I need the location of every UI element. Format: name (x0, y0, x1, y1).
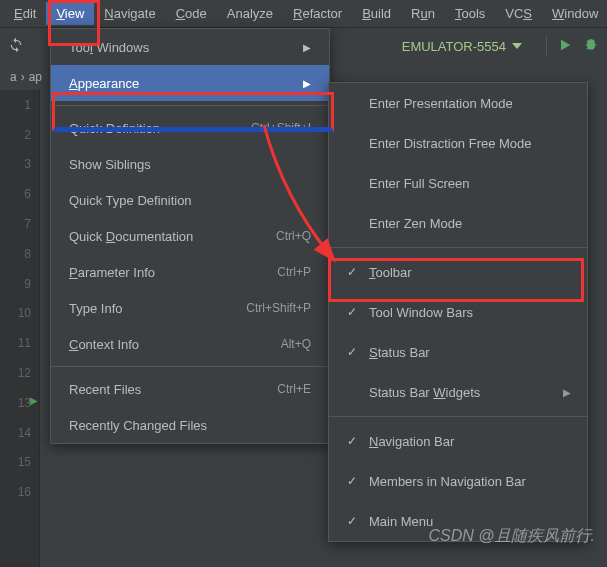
menu-item-parameter-info[interactable]: Parameter InfoCtrl+P (51, 254, 329, 290)
menu-label: Show Siblings (69, 157, 151, 172)
menubar-item-window[interactable]: Window (542, 2, 607, 25)
submenu-label: Status Bar (369, 345, 430, 360)
submenu-item-status-bar-widgets[interactable]: Status Bar Widgets▶ (329, 372, 587, 412)
divider (546, 36, 547, 56)
gutter-run-icon[interactable]: ▶ (30, 395, 38, 406)
menu-item-quick-type-definition[interactable]: Quick Type Definition (51, 182, 329, 218)
menu-separator (329, 416, 587, 417)
menu-shortcut: Ctrl+Shift+P (246, 301, 311, 315)
menu-item-recent-files[interactable]: Recent FilesCtrl+E (51, 371, 329, 407)
chevron-right-icon: ▶ (303, 78, 311, 89)
menu-label: Tool Windows (69, 40, 149, 55)
chevron-right-icon: › (21, 70, 25, 84)
line-number: 3 (0, 150, 39, 180)
chevron-right-icon: ▶ (303, 42, 311, 53)
submenu-item-toolbar[interactable]: ✓Toolbar (329, 252, 587, 292)
menu-item-tool-windows[interactable]: Tool Windows▶ (51, 29, 329, 65)
submenu-item-members-in-navigation-bar[interactable]: ✓Members in Navigation Bar (329, 461, 587, 501)
menubar-item-edit[interactable]: Edit (4, 2, 46, 25)
check-icon: ✓ (345, 305, 359, 319)
submenu-label: Toolbar (369, 265, 412, 280)
menu-item-recently-changed-files[interactable]: Recently Changed Files (51, 407, 329, 443)
line-number: 12 (0, 358, 39, 388)
line-number: 8 (0, 239, 39, 269)
line-number: 14 (0, 418, 39, 448)
menu-label: Quick Documentation (69, 229, 193, 244)
line-number: 16 (0, 477, 39, 507)
device-selector[interactable]: EMULATOR-5554 (388, 37, 536, 56)
menu-separator (329, 247, 587, 248)
submenu-label: Enter Distraction Free Mode (369, 136, 532, 151)
device-label: EMULATOR-5554 (402, 39, 506, 54)
menu-item-quick-documentation[interactable]: Quick DocumentationCtrl+Q (51, 218, 329, 254)
submenu-item-enter-presentation-mode[interactable]: Enter Presentation Mode (329, 83, 587, 123)
submenu-item-status-bar[interactable]: ✓Status Bar (329, 332, 587, 372)
line-number: 11 (0, 328, 39, 358)
menu-item-quick-definition[interactable]: Quick DefinitionCtrl+Shift+I (51, 110, 329, 146)
menubar-item-view[interactable]: View (46, 2, 94, 25)
line-number: 9 (0, 269, 39, 299)
menu-item-type-info[interactable]: Type InfoCtrl+Shift+P (51, 290, 329, 326)
submenu-label: Enter Full Screen (369, 176, 469, 191)
menu-label: Quick Type Definition (69, 193, 192, 208)
menubar-item-analyze[interactable]: Analyze (217, 2, 283, 25)
check-icon: ✓ (345, 345, 359, 359)
appearance-submenu: Enter Presentation ModeEnter Distraction… (328, 82, 588, 542)
menu-shortcut: Ctrl+E (277, 382, 311, 396)
menu-label: Recently Changed Files (69, 418, 207, 433)
submenu-label: Members in Navigation Bar (369, 474, 526, 489)
menu-separator (51, 105, 329, 106)
sync-icon[interactable] (8, 37, 24, 56)
chevron-down-icon (512, 41, 522, 51)
submenu-item-enter-full-screen[interactable]: Enter Full Screen (329, 163, 587, 203)
menu-shortcut: Ctrl+Q (276, 229, 311, 243)
menu-label: Appearance (69, 76, 139, 91)
menubar-item-code[interactable]: Code (166, 2, 217, 25)
debug-button[interactable] (583, 37, 599, 56)
line-number: 2 (0, 120, 39, 150)
menu-label: Type Info (69, 301, 122, 316)
menu-label: Parameter Info (69, 265, 155, 280)
view-menu: Tool Windows▶Appearance▶Quick Definition… (50, 28, 330, 444)
submenu-item-enter-distraction-free-mode[interactable]: Enter Distraction Free Mode (329, 123, 587, 163)
line-number: 7 (0, 209, 39, 239)
menubar-item-navigate[interactable]: Navigate (94, 2, 165, 25)
line-number: 1 (0, 90, 39, 120)
line-number: 15 (0, 448, 39, 478)
menubar-item-refactor[interactable]: Refactor (283, 2, 352, 25)
breadcrumb-segment[interactable]: a (10, 70, 17, 84)
check-icon: ✓ (345, 514, 359, 528)
menu-item-appearance[interactable]: Appearance▶ (51, 65, 329, 101)
line-number: 6 (0, 179, 39, 209)
menubar-item-tools[interactable]: Tools (445, 2, 495, 25)
submenu-label: Main Menu (369, 514, 433, 529)
menu-shortcut: Ctrl+P (277, 265, 311, 279)
check-icon: ✓ (345, 434, 359, 448)
editor-gutter: 123678910111213141516▶ (0, 90, 40, 567)
submenu-item-tool-window-bars[interactable]: ✓Tool Window Bars (329, 292, 587, 332)
menu-label: Context Info (69, 337, 139, 352)
menu-label: Recent Files (69, 382, 141, 397)
menubar-item-vcs[interactable]: VCS (495, 2, 542, 25)
check-icon: ✓ (345, 474, 359, 488)
submenu-item-main-menu[interactable]: ✓Main Menu (329, 501, 587, 541)
check-icon: ✓ (345, 265, 359, 279)
submenu-label: Status Bar Widgets (369, 385, 480, 400)
submenu-label: Enter Presentation Mode (369, 96, 513, 111)
menu-item-show-siblings[interactable]: Show Siblings (51, 146, 329, 182)
menu-label: Quick Definition (69, 121, 160, 136)
menubar-item-build[interactable]: Build (352, 2, 401, 25)
submenu-label: Enter Zen Mode (369, 216, 462, 231)
submenu-item-enter-zen-mode[interactable]: Enter Zen Mode (329, 203, 587, 243)
menu-item-context-info[interactable]: Context InfoAlt+Q (51, 326, 329, 362)
chevron-right-icon: ▶ (563, 387, 571, 398)
submenu-label: Tool Window Bars (369, 305, 473, 320)
menu-separator (51, 366, 329, 367)
submenu-item-navigation-bar[interactable]: ✓Navigation Bar (329, 421, 587, 461)
line-number: 10 (0, 299, 39, 329)
menubar-item-run[interactable]: Run (401, 2, 445, 25)
run-button[interactable] (557, 37, 573, 56)
submenu-label: Navigation Bar (369, 434, 454, 449)
menubar: EditViewNavigateCodeAnalyzeRefactorBuild… (0, 0, 607, 28)
breadcrumb-segment[interactable]: ap (29, 70, 42, 84)
